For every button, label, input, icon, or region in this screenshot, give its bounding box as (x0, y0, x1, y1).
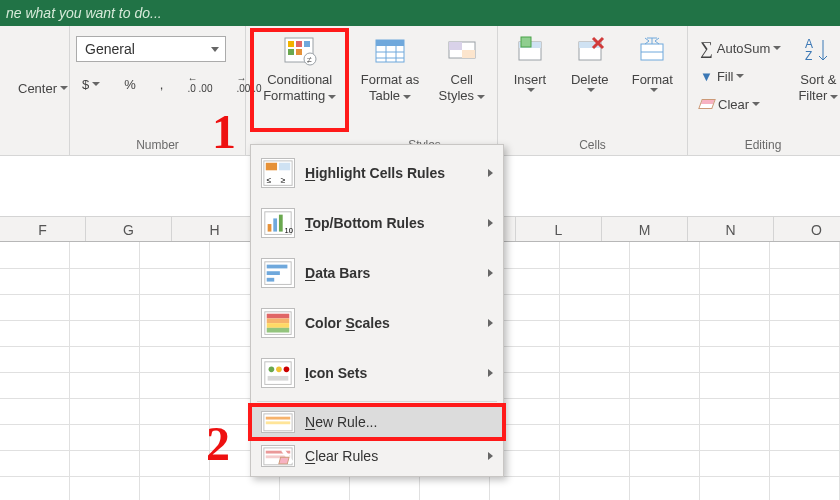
cell[interactable] (0, 242, 70, 268)
cell[interactable] (140, 476, 210, 500)
cell[interactable] (0, 320, 70, 346)
format-button[interactable]: Format (624, 30, 681, 130)
delete-button[interactable]: Delete (562, 30, 618, 130)
clear-button[interactable]: Clear (694, 92, 787, 116)
cell[interactable] (70, 294, 140, 320)
cell[interactable] (0, 372, 70, 398)
insert-button[interactable]: Insert (504, 30, 556, 130)
column-header[interactable]: M (602, 217, 688, 241)
cell[interactable] (699, 476, 769, 500)
cell[interactable] (70, 398, 140, 424)
menu-icon-sets[interactable]: Icon Sets (251, 348, 503, 398)
comma-button[interactable]: , (154, 72, 170, 96)
cell[interactable] (699, 320, 769, 346)
cell[interactable] (70, 372, 140, 398)
menu-data-bars[interactable]: Data Bars (251, 248, 503, 298)
cell[interactable] (629, 268, 699, 294)
cell[interactable] (70, 450, 140, 476)
cell[interactable] (769, 424, 839, 450)
sort-filter-button[interactable]: AZ Sort & Filter (793, 30, 840, 130)
cell[interactable] (699, 398, 769, 424)
cell[interactable] (140, 268, 210, 294)
menu-new-rule[interactable]: New Rule... (251, 405, 503, 439)
cell[interactable] (699, 294, 769, 320)
cell[interactable] (490, 476, 560, 500)
cell[interactable] (560, 320, 630, 346)
cell[interactable] (0, 294, 70, 320)
column-header[interactable]: N (688, 217, 774, 241)
cell[interactable] (70, 242, 140, 268)
cell[interactable] (699, 346, 769, 372)
format-as-table-button[interactable]: Format as Table (353, 30, 426, 130)
cell[interactable] (140, 320, 210, 346)
cell[interactable] (140, 450, 210, 476)
cell[interactable] (560, 476, 630, 500)
menu-top-bottom-rules[interactable]: 10 Top/Bottom Rules (251, 198, 503, 248)
cell[interactable] (70, 346, 140, 372)
cell[interactable] (140, 424, 210, 450)
cell[interactable] (560, 450, 630, 476)
fill-button[interactable]: ▼ Fill (694, 64, 787, 88)
cell[interactable] (350, 476, 420, 500)
cell[interactable] (699, 268, 769, 294)
cell[interactable] (629, 476, 699, 500)
cell[interactable] (280, 476, 350, 500)
cell[interactable] (210, 476, 280, 500)
cell[interactable] (560, 398, 630, 424)
menu-highlight-cells-rules[interactable]: ≤≥ Highlight Cells Rules (251, 148, 503, 198)
cell[interactable] (769, 268, 839, 294)
increase-decimal-button[interactable]: ←.0 .00 (181, 72, 218, 96)
cell[interactable] (560, 242, 630, 268)
currency-button[interactable]: $ (76, 72, 106, 96)
percent-button[interactable]: % (118, 72, 142, 96)
cell[interactable] (769, 294, 839, 320)
column-header[interactable]: F (0, 217, 86, 241)
cell[interactable] (70, 476, 140, 500)
cell[interactable] (629, 346, 699, 372)
cell[interactable] (0, 268, 70, 294)
cell[interactable] (0, 476, 70, 500)
cell[interactable] (560, 372, 630, 398)
cell[interactable] (560, 294, 630, 320)
cell[interactable] (0, 424, 70, 450)
cell[interactable] (140, 398, 210, 424)
cell[interactable] (699, 242, 769, 268)
cell[interactable] (70, 320, 140, 346)
cell-styles-button[interactable]: Cell Styles (433, 30, 491, 130)
cell[interactable] (70, 268, 140, 294)
cell[interactable] (0, 450, 70, 476)
cell[interactable] (560, 268, 630, 294)
cell[interactable] (629, 424, 699, 450)
cell[interactable] (140, 372, 210, 398)
cell[interactable] (699, 450, 769, 476)
cell[interactable] (699, 372, 769, 398)
cell[interactable] (769, 242, 839, 268)
autosum-button[interactable]: ∑ AutoSum (694, 36, 787, 60)
conditional-formatting-button[interactable]: ≠ Conditional Formatting (252, 30, 347, 130)
column-header[interactable]: L (516, 217, 602, 241)
cell[interactable] (629, 372, 699, 398)
cell[interactable] (769, 320, 839, 346)
cell[interactable] (140, 346, 210, 372)
cell[interactable] (140, 294, 210, 320)
cell[interactable] (769, 450, 839, 476)
cell[interactable] (699, 424, 769, 450)
cell[interactable] (769, 476, 839, 500)
cell[interactable] (629, 294, 699, 320)
menu-color-scales[interactable]: Color Scales (251, 298, 503, 348)
cell[interactable] (560, 346, 630, 372)
cell[interactable] (629, 242, 699, 268)
cell[interactable] (0, 346, 70, 372)
cell[interactable] (629, 450, 699, 476)
cell[interactable] (629, 320, 699, 346)
cell[interactable] (629, 398, 699, 424)
cell[interactable] (0, 398, 70, 424)
cell[interactable] (769, 346, 839, 372)
cell[interactable] (140, 242, 210, 268)
column-header[interactable]: H (172, 217, 258, 241)
cell[interactable] (70, 424, 140, 450)
merge-center-button[interactable]: Center (12, 76, 74, 100)
column-header[interactable]: O (774, 217, 840, 241)
cell[interactable] (769, 372, 839, 398)
number-format-select[interactable]: General (76, 36, 226, 62)
